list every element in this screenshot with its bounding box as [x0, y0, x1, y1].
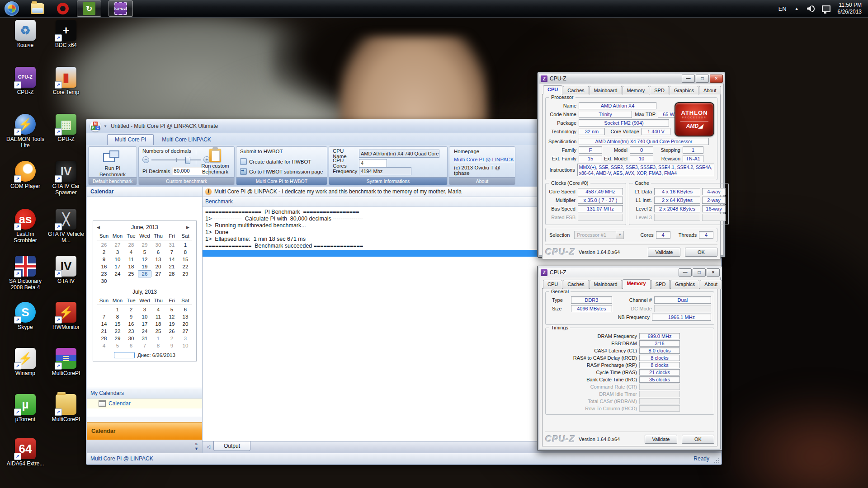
calendar-day[interactable]: 10	[138, 313, 151, 320]
calendar-day[interactable]: 9	[165, 342, 179, 349]
calendar-day[interactable]: 27	[179, 328, 192, 335]
quick-access-arrow-icon[interactable]: ▼	[104, 124, 107, 128]
calendar-day[interactable]: 8	[179, 249, 192, 256]
submit-to-hwbot-button[interactable]: Submit to HWBOT	[240, 149, 283, 154]
cpuz-tab-caches[interactable]: Caches	[563, 86, 589, 94]
calendar-day[interactable]: 10	[111, 256, 124, 263]
taskbar-cpuz-button[interactable]: CPUZ	[108, 0, 133, 17]
calendar-day[interactable]: 7	[165, 249, 179, 256]
calendar-day[interactable]: 29	[138, 241, 151, 249]
start-button[interactable]	[5, 1, 19, 16]
calendar-day[interactable]: 19	[165, 320, 179, 328]
calendar-day[interactable]: 23	[97, 270, 111, 277]
cpuz-titlebar[interactable]: Z CPU-Z — □ ×	[539, 74, 724, 84]
calendar-day[interactable]: 6	[151, 249, 165, 256]
run-custom-benchmark-button[interactable]: Run custom Benchmark	[197, 149, 233, 175]
taskbar-opera-button[interactable]	[56, 2, 70, 15]
app-icon[interactable]: MFC	[90, 121, 101, 131]
cpu-cores-input[interactable]: 4	[359, 159, 387, 167]
calendar-day[interactable]: 19	[138, 263, 151, 270]
run-pi-benchmark-button[interactable]: Run PI Benchmark	[89, 147, 137, 177]
cpuz-tab-memory[interactable]: Memory	[623, 86, 650, 94]
calendar-day[interactable]: 6	[124, 342, 138, 349]
desktop-icon-recycle-bin[interactable]: ♻Кошче	[5, 20, 45, 48]
slider-minus-button[interactable]: −	[142, 156, 149, 163]
desktop-icon-utorrent[interactable]: µ↗µTorrent	[5, 394, 45, 422]
calendar-day[interactable]: 17	[111, 263, 124, 270]
calendar-day[interactable]: 16	[97, 263, 111, 270]
desktop-icon-lastfm-scrobbler[interactable]: as↗Last.fm Scrobbler	[5, 209, 45, 244]
clock[interactable]: 11:50 PM 6/26/2013	[838, 2, 862, 15]
cpuz-tab-cpu[interactable]: CPU	[543, 85, 562, 94]
calendar-day[interactable]: 27	[111, 241, 124, 249]
calendar-day[interactable]: 7	[97, 313, 111, 320]
tab-multi-core-pi[interactable]: Multi Core PI	[107, 134, 154, 145]
cpuz-tab-caches[interactable]: Caches	[563, 280, 589, 289]
desktop-icon-cpu-z[interactable]: CPU-Z↗CPU-Z	[5, 67, 45, 95]
cpuz-tab-cpu[interactable]: CPU	[543, 280, 562, 289]
calendar-day[interactable]: 15	[179, 256, 192, 263]
calendar-day[interactable]: 25	[124, 270, 138, 277]
calendar-day[interactable]: 4	[124, 249, 138, 256]
calendar-day[interactable]: 7	[138, 342, 151, 349]
minimize-button[interactable]: —	[682, 75, 695, 83]
desktop-icon-gta-iv-vehicle-mod[interactable]: ╳↗GTA IV Vehicle M...	[46, 209, 86, 244]
calendar-day[interactable]: 26	[97, 241, 111, 249]
calendar-day[interactable]: 2	[124, 306, 138, 313]
calendar-day[interactable]: 8	[151, 342, 165, 349]
maximize-button[interactable]: □	[696, 75, 709, 83]
maximize-button[interactable]: □	[693, 268, 706, 277]
calendar-day[interactable]: 28	[97, 335, 111, 342]
slider-thumb[interactable]	[185, 157, 190, 164]
create-datafile-button[interactable]: Create datafile for HWBOT	[240, 158, 311, 165]
calendar-day[interactable]: 12	[138, 256, 151, 263]
desktop-icon-gpu-z[interactable]: ▦↗GPU-Z	[46, 114, 86, 142]
calendar-day[interactable]: 28	[124, 241, 138, 249]
calendar-day[interactable]: 8	[111, 313, 124, 320]
calendar-day[interactable]: 3	[179, 335, 192, 342]
my-calendars-header[interactable]: My Calendars	[87, 388, 202, 399]
cpuz-tab-mainboard[interactable]: Mainboard	[590, 280, 622, 289]
calendar-day[interactable]: 16	[124, 320, 138, 328]
calendar-day[interactable]: 5	[138, 249, 151, 256]
calendar-day[interactable]: 23	[124, 328, 138, 335]
cpuz-titlebar[interactable]: Z CPU-Z — □ ×	[539, 267, 721, 277]
calendar-prev-icon[interactable]: ◀	[97, 225, 103, 230]
calendar-day[interactable]: 31	[138, 335, 151, 342]
calendar-day[interactable]: 1	[151, 335, 165, 342]
calendar-day[interactable]: 2	[165, 335, 179, 342]
volume-icon[interactable]	[807, 6, 811, 11]
calendar-day[interactable]: 30	[124, 335, 138, 342]
homepage-link[interactable]: Multi Core PI @ LINPACK	[454, 157, 514, 162]
calendar-day[interactable]: 18	[124, 263, 138, 270]
network-icon[interactable]	[822, 5, 830, 12]
cpuz-tab-mainboard[interactable]: Mainboard	[590, 86, 622, 94]
taskbar-explorer-button[interactable]	[31, 2, 44, 15]
language-indicator[interactable]: EN	[778, 5, 787, 12]
desktop-icon-core-temp[interactable]: ▮↗Core Temp	[46, 67, 86, 95]
calendar-day[interactable]: 20	[179, 320, 192, 328]
desktop-icon-sa-dictionary[interactable]: ↗SA Dictionary 2008 Beta 4	[5, 256, 45, 291]
desktop-icon-multicorepi-rar[interactable]: ≡↗MultiCorePI	[46, 348, 86, 376]
close-button[interactable]: ×	[710, 75, 723, 83]
desktop-icon-aida64[interactable]: 64↗AIDA64 Extre...	[5, 438, 45, 467]
calendar-banner-button[interactable]: Calendar	[87, 422, 202, 440]
desktop-icon-hwmonitor[interactable]: ⚡↗HWMonitor	[46, 302, 86, 330]
goto-hwbot-page-button[interactable]: Go to HWBOT submission page	[240, 168, 323, 175]
validate-button[interactable]: Validate	[645, 435, 677, 444]
calendar-day[interactable]: 21	[97, 328, 111, 335]
calendar-day[interactable]: 27	[151, 270, 165, 277]
hidden-icons-chevron-icon[interactable]: ▲	[795, 6, 799, 11]
calendar-day[interactable]: 31	[165, 241, 179, 249]
calendar-day[interactable]: 3	[138, 306, 151, 313]
calendar-day[interactable]: 28	[165, 270, 179, 277]
calendar-day[interactable]: 26	[165, 328, 179, 335]
calendar-day[interactable]: 13	[151, 256, 165, 263]
ok-button[interactable]: OK	[685, 248, 717, 257]
calendar-day[interactable]: 11	[124, 256, 138, 263]
calendar-day[interactable]: 14	[165, 256, 179, 263]
calendar-day[interactable]: 29	[111, 335, 124, 342]
calendar-day[interactable]: 18	[151, 320, 165, 328]
cpuz-tab-memory[interactable]: Memory	[623, 279, 651, 289]
calendar-day[interactable]: 1	[111, 306, 124, 313]
